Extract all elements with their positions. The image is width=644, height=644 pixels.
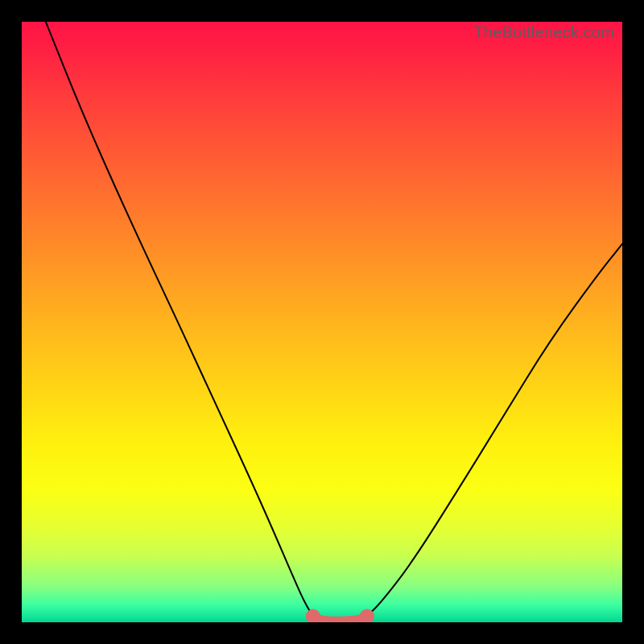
bottleneck-curve-left <box>46 22 313 617</box>
curve-overlay <box>22 22 622 622</box>
chart-frame: TheBottleneck.com <box>0 0 644 644</box>
plot-area: TheBottleneck.com <box>22 22 622 622</box>
valley-floor-highlight <box>313 617 367 621</box>
bottleneck-curve-right <box>367 244 622 617</box>
valley-endpoint-left <box>306 609 320 623</box>
